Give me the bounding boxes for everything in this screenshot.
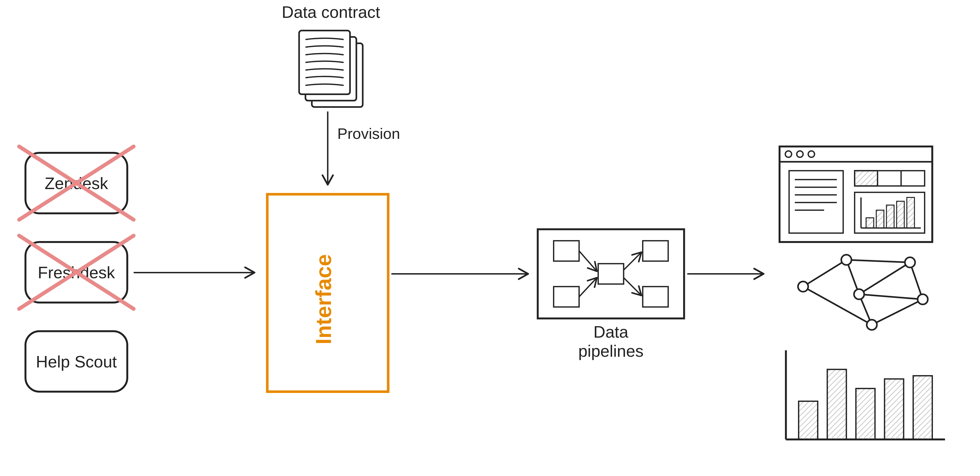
svg-rect-40 — [799, 401, 818, 439]
source-systems-group: Zendesk Freshdesk Help Scout — [19, 147, 134, 392]
svg-point-16 — [785, 151, 792, 157]
svg-rect-28 — [877, 210, 884, 228]
svg-rect-10 — [554, 287, 579, 307]
source-helpscout-label: Help Scout — [36, 352, 117, 371]
svg-point-37 — [854, 289, 864, 299]
source-zendesk: Zendesk — [19, 147, 134, 220]
data-pipelines-label-1: Data — [593, 323, 628, 341]
svg-point-35 — [918, 294, 928, 305]
svg-point-32 — [798, 281, 808, 292]
svg-rect-29 — [886, 205, 894, 228]
dashboard-window-icon — [780, 147, 932, 242]
dag-icon — [554, 241, 668, 307]
svg-point-17 — [797, 151, 803, 157]
architecture-diagram: Zendesk Freshdesk Help Scout Data contra… — [0, 0, 980, 476]
svg-rect-27 — [866, 218, 874, 228]
svg-point-36 — [867, 320, 877, 330]
data-pipelines-label-2: pipelines — [578, 342, 643, 360]
svg-rect-9 — [554, 241, 579, 261]
svg-rect-13 — [643, 287, 668, 307]
source-freshdesk: Freshdesk — [19, 236, 134, 309]
outputs-group — [780, 147, 945, 439]
svg-rect-11 — [598, 264, 624, 284]
data-pipelines-node: Data pipelines — [538, 229, 684, 360]
svg-rect-41 — [827, 369, 846, 439]
bar-chart-icon — [786, 350, 945, 439]
svg-rect-31 — [907, 198, 915, 228]
interface-node: Interface — [267, 194, 388, 392]
network-graph-icon — [798, 255, 928, 330]
svg-rect-42 — [856, 388, 875, 439]
svg-rect-12 — [643, 241, 668, 261]
svg-point-18 — [808, 151, 815, 157]
document-stack-icon — [299, 30, 363, 107]
svg-point-34 — [905, 257, 915, 268]
svg-rect-44 — [913, 376, 932, 439]
provision-label: Provision — [337, 125, 400, 142]
svg-rect-21 — [855, 171, 878, 186]
svg-rect-8 — [538, 229, 684, 318]
source-helpscout: Help Scout — [25, 331, 127, 392]
data-contract-label: Data contract — [282, 3, 380, 21]
svg-rect-43 — [885, 379, 904, 439]
svg-rect-30 — [897, 201, 904, 228]
svg-point-33 — [841, 255, 851, 265]
data-contract-node: Data contract — [282, 3, 380, 107]
interface-label: Interface — [312, 254, 336, 345]
